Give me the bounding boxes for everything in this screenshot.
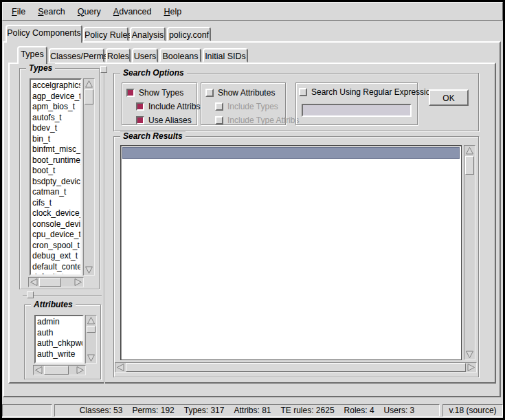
tab-initial-sids[interactable]: Initial SIDs: [203, 48, 248, 63]
types-list-item[interactable]: boot_runtime_t: [32, 155, 80, 166]
regex-input[interactable]: [302, 104, 412, 117]
scrollbar-thumb[interactable]: [87, 326, 96, 333]
status-stats-box: Classes: 53Perms: 192Types: 317Attribs: …: [54, 404, 440, 417]
attributes-vertical-scrollbar[interactable]: [85, 315, 97, 364]
types-listbox[interactable]: accelgraphics_eagp_device_tapm_bios_taut…: [30, 78, 82, 276]
pane-sash-horizontal[interactable]: [23, 295, 102, 296]
selected-line: [122, 147, 460, 159]
scroll-up-icon[interactable]: [87, 316, 96, 325]
use-aliases-checkbox[interactable]: Use Aliases: [136, 115, 192, 126]
types-list-item[interactable]: catman_t: [32, 187, 80, 198]
regex-group: Search Using Regular Expression: [295, 82, 418, 125]
types-vertical-scrollbar[interactable]: [83, 78, 95, 276]
attributes-list-item[interactable]: auth_write: [37, 349, 82, 360]
tab-users[interactable]: Users: [132, 48, 158, 63]
types-list-item[interactable]: accelgraphics_e: [32, 80, 80, 91]
scrollbar-thumb[interactable]: [39, 278, 61, 287]
checkbox-label: Include Types: [227, 102, 278, 111]
search-results-frame: Search Results: [113, 136, 479, 377]
types-list-item[interactable]: apm_bios_t: [32, 102, 80, 113]
include-types-checkbox[interactable]: Include Types: [215, 101, 278, 112]
menu-item[interactable]: Help: [157, 4, 188, 19]
scrollbar-thumb[interactable]: [126, 363, 466, 372]
tab-policy-rules[interactable]: Policy Rules: [83, 27, 128, 41]
tab-policy-components[interactable]: Policy Components: [5, 25, 82, 43]
scroll-down-icon[interactable]: [85, 265, 93, 274]
search-results-text[interactable]: [120, 145, 462, 360]
results-vertical-scrollbar[interactable]: [464, 145, 475, 360]
pane-sash-vertical[interactable]: [104, 67, 105, 384]
show-types-group: Show Types Include Attribs Use Aliases: [122, 82, 197, 125]
scroll-left-icon[interactable]: [30, 278, 38, 287]
types-list-item[interactable]: bsdpty_device_: [32, 177, 80, 188]
checkbox-unchecked-icon: [299, 88, 307, 96]
menu-item[interactable]: Search: [32, 4, 71, 19]
types-list-item[interactable]: clock_device_t: [32, 208, 80, 219]
types-list-item[interactable]: boot_t: [32, 166, 80, 177]
checkbox-label: Include Type Attribs: [227, 115, 300, 125]
show-types-checkbox[interactable]: Show Types: [126, 87, 183, 98]
scroll-right-icon[interactable]: [76, 366, 85, 375]
include-attribs-checkbox[interactable]: Include Attribs: [136, 101, 200, 112]
types-horizontal-scrollbar[interactable]: [28, 277, 84, 287]
types-list-item[interactable]: bdev_t: [32, 123, 80, 134]
tab-roles[interactable]: Roles: [106, 48, 131, 63]
attributes-list-item[interactable]: auth: [37, 328, 82, 339]
types-list-item[interactable]: bin_t: [32, 134, 80, 145]
checkbox-checked-icon: [136, 102, 144, 111]
results-horizontal-scrollbar[interactable]: [115, 362, 477, 373]
checkbox-checked-icon: [136, 116, 144, 124]
scroll-up-icon[interactable]: [85, 80, 93, 89]
types-frame: Types accelgraphics_eagp_device_tapm_bio…: [19, 68, 100, 289]
scroll-left-icon[interactable]: [116, 363, 125, 372]
tab-types[interactable]: Types: [17, 46, 47, 64]
attributes-frame: Attributes adminauthauth_chkpwdauth_writ…: [24, 305, 101, 379]
scrollbar-thumb[interactable]: [465, 156, 474, 175]
scroll-right-icon[interactable]: [467, 363, 475, 372]
types-list-item[interactable]: default_t: [32, 272, 80, 276]
types-list-item[interactable]: console_device: [32, 219, 80, 230]
types-list-item[interactable]: binfmt_misc_fs: [32, 144, 80, 155]
sash-handle[interactable]: [100, 66, 107, 73]
attributes-list-item[interactable]: admin: [37, 317, 82, 328]
checkbox-unchecked-icon: [205, 89, 214, 97]
regex-checkbox[interactable]: Search Using Regular Expression: [299, 87, 435, 98]
scrollbar-thumb[interactable]: [44, 366, 69, 375]
scroll-right-icon[interactable]: [74, 278, 82, 287]
show-attributes-checkbox[interactable]: Show Attributes: [205, 87, 275, 98]
attributes-listbox[interactable]: adminauthauth_chkpwdauth_write: [34, 315, 84, 364]
types-list-item[interactable]: debug_ext_t: [32, 251, 80, 262]
tab-analysis[interactable]: Analysis: [130, 27, 166, 41]
checkbox-label: Include Attribs: [148, 102, 200, 111]
checkbox-unchecked-icon: [215, 102, 223, 111]
types-list-item[interactable]: default_context: [32, 262, 80, 273]
attributes-list-item[interactable]: auth_chkpwd: [37, 338, 82, 349]
search-options-frame-label: Search Options: [120, 68, 187, 78]
sash-handle[interactable]: [27, 291, 34, 298]
types-list-item[interactable]: agp_device_t: [32, 91, 80, 102]
scroll-left-icon[interactable]: [34, 366, 43, 375]
scrollbar-thumb[interactable]: [85, 89, 93, 104]
menu-item[interactable]: Query: [71, 4, 107, 19]
status-stat: Roles: 4: [344, 406, 374, 415]
status-version-box: v.18 (source): [442, 404, 503, 417]
scroll-up-icon[interactable]: [465, 146, 474, 155]
checkbox-label: Show Attributes: [218, 88, 275, 98]
types-list-item[interactable]: cifs_t: [32, 198, 80, 209]
types-list-item[interactable]: cpu_device_t: [32, 230, 80, 241]
status-left-box: [2, 404, 52, 417]
ok-button[interactable]: OK: [429, 89, 469, 106]
tab-policy-conf[interactable]: policy.conf: [167, 27, 211, 41]
scroll-down-icon[interactable]: [87, 353, 96, 362]
menu-item[interactable]: Advanced: [107, 4, 158, 19]
tab-classes-perms[interactable]: Classes/Perms: [49, 48, 104, 63]
attributes-horizontal-scrollbar[interactable]: [33, 365, 86, 375]
types-list-item[interactable]: cron_spool_t: [32, 241, 80, 252]
types-list-item[interactable]: autofs_t: [32, 113, 80, 124]
checkbox-label: Use Aliases: [148, 115, 192, 125]
menu-item[interactable]: File: [5, 4, 32, 19]
tab-booleans[interactable]: Booleans: [159, 48, 201, 63]
checkbox-unchecked-icon: [215, 116, 223, 124]
scroll-down-icon[interactable]: [465, 350, 474, 359]
include-type-attribs-checkbox[interactable]: Include Type Attribs: [215, 115, 300, 126]
